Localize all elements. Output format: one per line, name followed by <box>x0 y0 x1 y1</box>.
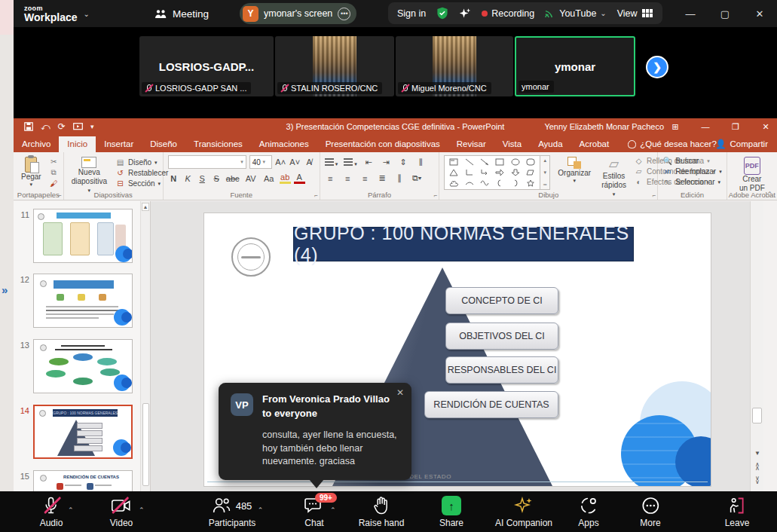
more-options-icon[interactable]: ••• <box>338 8 350 20</box>
chat-notification-popup[interactable]: ✕ VP From Veronica Prado Villao to every… <box>219 383 411 480</box>
video-button[interactable]: ⌃ Video <box>110 496 133 528</box>
tab-presentacion[interactable]: Presentación con diapositivas <box>317 136 448 152</box>
text-direction-icon[interactable]: ⫼ <box>415 157 427 167</box>
youtube-live-button[interactable]: YouTube⌄ <box>545 8 607 19</box>
tab-meeting[interactable]: Meeting <box>154 8 209 20</box>
close-icon[interactable]: ✕ <box>396 387 404 398</box>
security-shield-icon[interactable] <box>436 7 448 20</box>
layout-button[interactable]: ▤Diseño▾ <box>115 158 168 167</box>
line-spacing-icon[interactable]: ⇕ <box>398 157 409 167</box>
slide-14-thumbnail-selected[interactable]: GRUPO : 100 NORMAS GENERALES (4) <box>33 405 133 459</box>
undo-icon[interactable]: ⤺ <box>41 121 50 132</box>
apps-button[interactable]: Apps <box>578 496 598 528</box>
format-painter-icon[interactable]: 🖌 <box>49 179 59 188</box>
copy-icon[interactable]: ⧉ <box>49 168 59 177</box>
new-slide-button[interactable]: Nuevadiapositiva ▾ <box>69 155 110 196</box>
align-center-icon[interactable]: ≡ <box>342 174 353 183</box>
justify-icon[interactable]: ≣ <box>377 173 388 183</box>
slide-13-thumbnail[interactable] <box>33 339 133 393</box>
tab-revisar[interactable]: Revisar <box>448 136 494 152</box>
tab-archivo[interactable]: Archivo <box>14 136 59 152</box>
cut-icon[interactable]: ✂ <box>49 157 59 166</box>
ppt-restore-button[interactable]: ❐ <box>724 118 747 135</box>
thumbnail-row[interactable]: 13 <box>14 339 151 393</box>
shrink-font-icon[interactable]: A˅ <box>289 157 301 167</box>
tab-acrobat[interactable]: Acrobat <box>571 136 618 152</box>
next-slide-button[interactable]: ∨∨ <box>751 477 764 484</box>
align-left-icon[interactable]: ≡ <box>325 174 336 183</box>
create-pdf-button[interactable]: PDF Crearun PDF <box>732 155 772 194</box>
window-close-button[interactable]: ✕ <box>743 0 776 27</box>
slide-12-thumbnail[interactable] <box>33 274 133 328</box>
shared-screen-pill[interactable]: Y ymonar's screen ••• <box>240 3 356 24</box>
slide-title-banner[interactable]: GRUPO : 100 NORMAS GENERALES (4) <box>293 227 634 261</box>
smartart-convert-icon[interactable]: ⧉▾ <box>411 173 423 183</box>
numbering-button[interactable]: ▾ <box>344 155 357 169</box>
clear-formatting-icon[interactable]: A̸ <box>304 157 315 167</box>
arrange-button[interactable]: Organizar▾ <box>555 155 594 185</box>
scrollbar-thumb[interactable] <box>752 408 762 423</box>
audio-options-chevron[interactable]: ⌃ <box>68 506 74 514</box>
italic-button[interactable]: K <box>182 174 194 183</box>
section-button[interactable]: ⊟Sección▾ <box>115 179 168 188</box>
tab-ayuda[interactable]: Ayuda <box>530 136 571 152</box>
bold-button[interactable]: N <box>168 174 179 183</box>
chat-button[interactable]: 99+ ⌃ Chat <box>304 496 324 528</box>
raise-hand-button[interactable]: Raise hand <box>359 496 405 528</box>
columns-icon[interactable]: ∥ <box>394 173 405 183</box>
dialog-launcher-icon[interactable]: ⌐ <box>653 192 656 199</box>
document-scrollbar[interactable]: ▼ ∧∧ ∨∨ <box>750 201 763 491</box>
participants-button[interactable]: 485 ⌃ Participants <box>209 496 256 528</box>
participant-tile[interactable]: LOSRIOS-GADP... LOSRIOS-GADP SAN ... <box>139 36 274 96</box>
slide-box-objetivos[interactable]: OBJETIVOS DEL CI <box>445 323 558 350</box>
thumbnail-row[interactable]: 15 RENDICIÓN DE CUENTAS <box>14 470 151 491</box>
ppt-close-button[interactable]: ✕ <box>754 118 777 135</box>
shapes-gallery[interactable] <box>444 155 540 190</box>
select-button[interactable]: ⇖Seleccionar▾ <box>662 178 721 186</box>
participant-tile[interactable]: STALIN ROSERO/CNC <box>275 36 394 96</box>
collapse-ribbon-icon[interactable]: ⌃ <box>766 191 772 198</box>
more-button[interactable]: More <box>640 496 660 528</box>
next-participants-button[interactable]: ❯ <box>646 56 668 78</box>
save-icon[interactable] <box>24 122 33 131</box>
dialog-launcher-icon[interactable]: ⌐ <box>434 192 438 199</box>
sign-in-button[interactable]: Sign in <box>397 8 426 19</box>
window-maximize-button[interactable]: ▢ <box>708 0 742 27</box>
audio-button[interactable]: ⌃ Audio <box>40 496 63 528</box>
video-options-chevron[interactable]: ⌃ <box>139 506 145 514</box>
tab-transiciones[interactable]: Transiciones <box>185 136 251 152</box>
chat-options-chevron[interactable]: ⌃ <box>330 506 336 514</box>
replace-button[interactable]: abReemplazar▾ <box>662 167 721 176</box>
thumbnail-row[interactable]: 14 GRUPO : 100 NORMAS GENERALES (4) <box>14 405 151 459</box>
ai-sparkle-icon[interactable] <box>459 8 471 20</box>
thumbnail-row[interactable]: 11 <box>14 209 151 263</box>
font-color-button[interactable]: A <box>294 173 305 184</box>
scroll-down-icon[interactable]: ▼ <box>751 450 764 457</box>
reset-button[interactable]: ↺Restablecer <box>115 169 168 177</box>
leave-button[interactable]: Leave <box>725 496 750 528</box>
font-size-combobox[interactable]: 40 ▾ <box>249 155 272 169</box>
share-screen-button[interactable]: ↑ Share <box>439 496 463 528</box>
participant-tile[interactable]: Miguel Moreno/CNC <box>396 36 513 96</box>
underline-button[interactable]: S <box>197 174 208 183</box>
strikethrough-button[interactable]: S <box>211 174 222 183</box>
slide-box-rendicion[interactable]: RENDICIÓN DE CUENTAS <box>424 391 558 418</box>
participant-tile-active-speaker[interactable]: ymonar ymonar <box>515 36 635 96</box>
scroll-up-icon[interactable]: ▲ <box>142 203 149 211</box>
decrease-indent-icon[interactable]: ⇤ <box>363 157 375 167</box>
tab-insertar[interactable]: Insertar <box>96 136 142 152</box>
increase-indent-icon[interactable]: ⇥ <box>381 157 392 167</box>
ai-companion-button[interactable]: AI Companion <box>495 496 552 528</box>
view-button[interactable]: View <box>617 8 653 19</box>
dialog-launcher-icon[interactable]: ⌐ <box>314 192 318 199</box>
start-slideshow-icon[interactable] <box>73 123 83 131</box>
scrollbar-thumb[interactable] <box>142 403 149 486</box>
thumbnail-panel-scrollbar[interactable]: ▲ <box>140 201 150 491</box>
chevron-down-icon[interactable]: ⌄ <box>600 9 606 17</box>
window-minimize-button[interactable]: — <box>674 0 707 27</box>
share-document-button[interactable]: 👤Compartir <box>715 139 768 149</box>
align-right-icon[interactable]: ≡ <box>359 174 371 183</box>
tab-vista[interactable]: Vista <box>494 136 530 152</box>
grow-font-icon[interactable]: A˄ <box>275 157 286 167</box>
shapes-gallery-scroll[interactable]: ▴▾≂ <box>540 155 550 190</box>
